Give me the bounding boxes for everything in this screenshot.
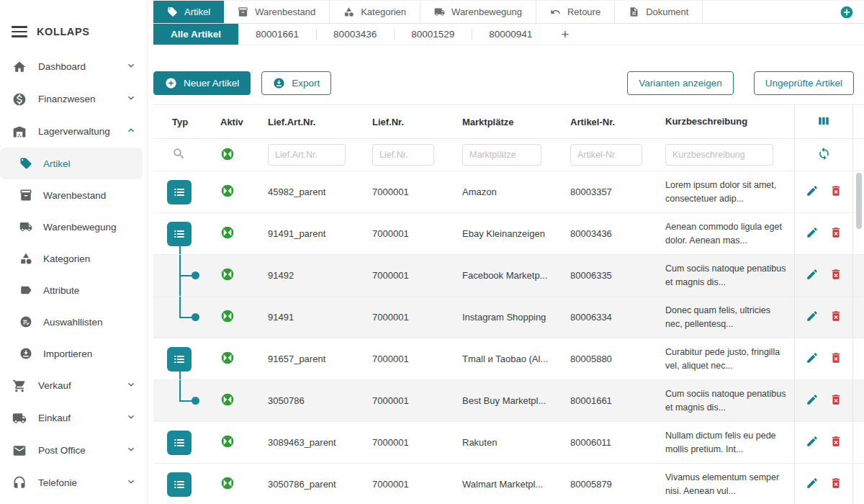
sidebar-item-einkauf[interactable]: Einkauf bbox=[0, 402, 147, 434]
expand-children-button[interactable] bbox=[167, 222, 192, 246]
sidebar-item-kategorien[interactable]: Kategorien bbox=[0, 243, 147, 274]
sidebar-item-post-office[interactable]: Post Office bbox=[0, 434, 147, 467]
tab-kategorien[interactable]: Kategorien bbox=[330, 1, 420, 23]
filter-marktplaetze-input[interactable] bbox=[462, 144, 541, 166]
edit-pencil-icon[interactable] bbox=[806, 310, 819, 325]
active-status-icon bbox=[220, 482, 235, 492]
tab-artikel[interactable]: Artikel bbox=[153, 1, 224, 23]
cell-marktplatz: Ebay Kleinanzeigen bbox=[454, 228, 562, 239]
subtab-80000941[interactable]: 80000941 bbox=[472, 24, 549, 45]
headset-icon bbox=[12, 475, 27, 491]
tab-warenbewegung[interactable]: Warenbewegung bbox=[420, 1, 536, 23]
tag-icon bbox=[19, 156, 33, 171]
cell-lief-art-nr: 91491 bbox=[259, 312, 364, 323]
delete-trash-icon[interactable] bbox=[829, 268, 842, 283]
expand-children-button[interactable] bbox=[167, 472, 192, 497]
cell-artikel-nr: 80005880 bbox=[562, 354, 657, 364]
refresh-icon[interactable] bbox=[817, 147, 831, 163]
active-status-icon[interactable] bbox=[220, 153, 235, 163]
tab-dokument[interactable]: Dokument bbox=[615, 1, 703, 23]
edit-pencil-icon[interactable] bbox=[806, 184, 819, 199]
cell-artikel-nr: 80003357 bbox=[562, 186, 657, 197]
cell-kurzbeschreibung: Lorem ipsum dolor sit amet, consectetuer… bbox=[657, 179, 794, 204]
sidebar-item-verkauf[interactable]: Verkauf bbox=[0, 369, 147, 402]
cell-marktplatz: Tmall и Taobao (Al... bbox=[454, 354, 562, 364]
filter-lief-nr-input[interactable] bbox=[372, 144, 434, 166]
box-icon bbox=[238, 6, 248, 17]
delete-trash-icon[interactable] bbox=[829, 477, 842, 492]
edit-pencil-icon[interactable] bbox=[806, 477, 819, 492]
columns-icon[interactable] bbox=[817, 114, 830, 130]
cell-artikel-nr: 80006335 bbox=[562, 270, 657, 281]
sidebar-item-auswahllisten[interactable]: Auswahllisten bbox=[0, 306, 147, 338]
main-content: Artikel Warenbestand Kategorien Warenbew… bbox=[148, 0, 864, 504]
chevron-down-icon bbox=[125, 444, 137, 458]
sidebar-item-importieren[interactable]: Importieren bbox=[0, 338, 147, 369]
header-lief-nr: Lief.Nr. bbox=[364, 117, 454, 127]
add-tab-button[interactable] bbox=[840, 1, 864, 23]
export-button[interactable]: Export bbox=[261, 71, 331, 95]
filter-lief-art-nr-input[interactable] bbox=[268, 144, 346, 166]
sidebar-item-attribute[interactable]: Attribute bbox=[0, 274, 147, 306]
sidebar-item-lagerverwaltung[interactable]: Lagerverwaltung bbox=[0, 115, 147, 148]
tab-retoure[interactable]: Retoure bbox=[536, 1, 615, 23]
delete-trash-icon[interactable] bbox=[829, 435, 842, 450]
edit-pencil-icon[interactable] bbox=[806, 268, 819, 283]
sidebar-item-telefonie[interactable]: Telefonie bbox=[0, 467, 147, 499]
chevron-down-icon bbox=[125, 92, 137, 107]
sidebar-item-dashboard[interactable]: Dashboard bbox=[0, 50, 147, 83]
active-status-icon bbox=[220, 315, 235, 325]
sidebar-item-warenbewegung[interactable]: Warenbewegung bbox=[0, 211, 147, 243]
tab-warenbestand[interactable]: Warenbestand bbox=[224, 1, 330, 23]
vertical-scrollbar-thumb[interactable] bbox=[856, 173, 862, 229]
delete-trash-icon[interactable] bbox=[829, 226, 842, 241]
edit-pencil-icon[interactable] bbox=[806, 435, 819, 450]
filter-kurzbeschreibung-input[interactable] bbox=[665, 144, 773, 166]
subtab-alle-artikel[interactable]: Alle Artikel bbox=[153, 24, 238, 45]
subtab-80001661[interactable]: 80001661 bbox=[238, 24, 316, 45]
unchecked-articles-button[interactable]: Ungeprüfte Artikel bbox=[754, 71, 854, 95]
sidebar-item-finanzwesen[interactable]: Finanzwesen bbox=[0, 83, 147, 115]
expand-children-button[interactable] bbox=[167, 431, 192, 455]
edit-pencil-icon[interactable] bbox=[806, 226, 819, 241]
cell-kurzbeschreibung: Nullam dictum felis eu pede mollis preti… bbox=[657, 429, 794, 455]
list-check-circle-icon bbox=[19, 315, 33, 329]
home-icon bbox=[12, 59, 27, 75]
subtab-80001529[interactable]: 80001529 bbox=[394, 24, 472, 45]
subtab-80003436[interactable]: 80003436 bbox=[316, 24, 394, 45]
cell-lief-art-nr: 3050786 bbox=[259, 395, 364, 406]
cell-lief-nr: 7000001 bbox=[364, 186, 454, 197]
sidebar: KOLLAPS Dashboard Finanzwesen Lagerverwa… bbox=[0, 0, 148, 504]
cell-artikel-nr: 80006011 bbox=[562, 437, 657, 448]
expand-children-button[interactable] bbox=[167, 180, 192, 204]
delete-trash-icon[interactable] bbox=[829, 393, 842, 408]
chevron-down-icon bbox=[125, 476, 137, 490]
show-variants-button[interactable]: Varianten anzeigen bbox=[627, 71, 733, 95]
edit-pencil-icon[interactable] bbox=[806, 351, 819, 366]
cell-kurzbeschreibung: Donec quam felis, ultricies nec, pellent… bbox=[657, 304, 794, 330]
table-row: 45982_parent 7000001 Amazon 80003357 Lor… bbox=[153, 171, 864, 213]
hamburger-icon[interactable] bbox=[12, 26, 27, 37]
truck-icon bbox=[12, 410, 27, 426]
new-article-button[interactable]: Neuer Artikel bbox=[153, 71, 251, 95]
edit-pencil-icon[interactable] bbox=[806, 393, 819, 408]
cell-artikel-nr: 80001661 bbox=[562, 395, 657, 406]
brand-name: KOLLAPS bbox=[37, 26, 89, 37]
active-status-icon bbox=[220, 273, 235, 284]
cell-lief-nr: 7000001 bbox=[364, 228, 454, 239]
list-icon bbox=[172, 352, 186, 366]
header-typ: Typ bbox=[153, 117, 209, 127]
sidebar-item-artikel[interactable]: Artikel bbox=[0, 148, 143, 179]
cell-lief-art-nr: 91491_parent bbox=[259, 228, 364, 239]
delete-trash-icon[interactable] bbox=[829, 184, 842, 199]
delete-trash-icon[interactable] bbox=[829, 351, 842, 366]
delete-trash-icon[interactable] bbox=[829, 310, 842, 325]
expand-children-button[interactable] bbox=[167, 347, 192, 372]
cell-lief-art-nr: 91492 bbox=[259, 270, 364, 281]
add-subtab-button[interactable]: + bbox=[549, 24, 580, 45]
sidebar-item-warenbestand[interactable]: Warenbestand bbox=[0, 179, 147, 211]
cell-marktplatz: Amazon bbox=[454, 186, 562, 197]
toolbar: Neuer Artikel Export Varianten anzeigen … bbox=[153, 71, 854, 95]
cart-icon bbox=[12, 378, 27, 394]
filter-artikel-nr-input[interactable] bbox=[570, 144, 642, 166]
